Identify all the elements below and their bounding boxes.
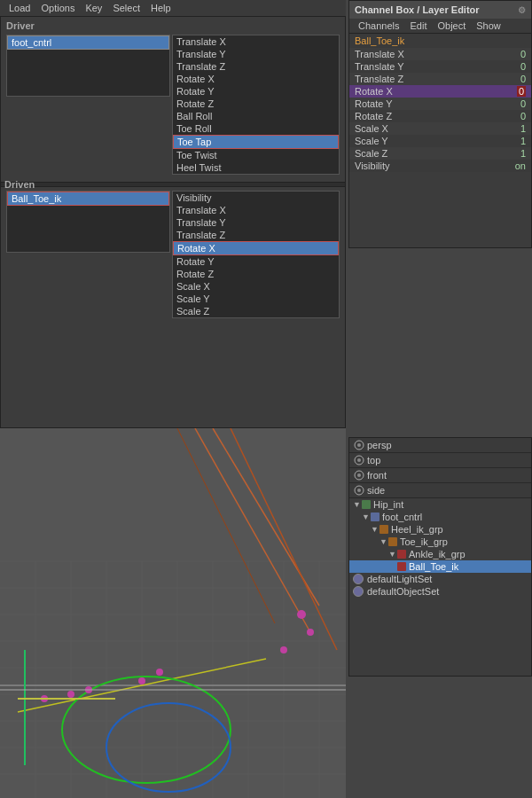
driven-attr-visibility[interactable]: Visibility xyxy=(173,192,339,204)
cb-attr-scale-z[interactable]: Scale Z 1 xyxy=(349,147,531,160)
channel-box-title: Channel Box / Layer Editor xyxy=(355,4,480,15)
viewport[interactable] xyxy=(0,428,346,798)
expand-foot-icon[interactable]: ▼ xyxy=(362,512,371,521)
driver-attr-toe-twist[interactable]: Toe Twist xyxy=(173,149,339,161)
driver-attr-translate-x[interactable]: Translate X xyxy=(173,35,339,48)
channel-box-attrs: Translate X 0 Translate Y 0 Translate Z … xyxy=(349,48,531,172)
driven-section: Ball_Toe_ik Visibility Translate X Trans… xyxy=(1,187,345,322)
svg-point-28 xyxy=(307,629,314,636)
outliner-heel-ik-label: Heel_ik_grp xyxy=(391,524,443,535)
outliner-default-light-set[interactable]: defaultLightSet xyxy=(349,573,531,585)
outliner-side[interactable]: side xyxy=(349,483,531,498)
foot-cntrl-icon xyxy=(371,512,379,521)
driver-attr-rotate-x[interactable]: Rotate X xyxy=(173,73,339,85)
svg-point-31 xyxy=(138,677,145,685)
expand-toe-icon[interactable]: ▼ xyxy=(379,537,388,546)
expand-hip-icon[interactable]: ▼ xyxy=(353,500,362,509)
outliner-top[interactable]: top xyxy=(349,453,531,468)
outliner-hip-int-label: Hip_int xyxy=(373,499,403,510)
menu-help[interactable]: Help xyxy=(145,3,176,13)
driver-attr-listbox[interactable]: Translate X Translate Y Translate Z Rota… xyxy=(172,35,340,175)
cb-attr-rotate-z[interactable]: Rotate Z 0 xyxy=(349,110,531,122)
driver-columns: foot_cntrl Translate X Translate Y Trans… xyxy=(6,35,340,175)
driven-attr-scale-y[interactable]: Scale Y xyxy=(173,293,339,305)
svg-point-43 xyxy=(357,473,361,477)
driver-attr-list: Translate X Translate Y Translate Z Rota… xyxy=(172,35,340,175)
svg-rect-0 xyxy=(0,428,346,798)
outliner-persp[interactable]: persp xyxy=(349,438,531,453)
cb-menu-edit[interactable]: Edit xyxy=(404,20,432,31)
camera-icon-front xyxy=(353,469,365,481)
channel-box-menus: Channels Edit Object Show xyxy=(349,19,531,34)
channel-box-icon: ⚙ xyxy=(518,5,526,15)
svg-point-29 xyxy=(280,646,287,653)
outliner-side-label: side xyxy=(367,485,385,496)
outliner-ankle-ik-grp[interactable]: ▼ Ankle_ik_grp xyxy=(349,548,531,560)
driven-attr-rotate-y[interactable]: Rotate Y xyxy=(173,255,339,268)
driver-attr-translate-z[interactable]: Translate Z xyxy=(173,60,339,73)
expand-heel-icon[interactable]: ▼ xyxy=(371,525,379,534)
driven-attr-translate-y[interactable]: Translate Y xyxy=(173,216,339,229)
driven-object-item[interactable]: Ball_Toe_ik xyxy=(7,192,169,206)
driver-section: Driver foot_cntrl Translate X Translate … xyxy=(1,17,345,178)
driven-attr-rotate-z[interactable]: Rotate Z xyxy=(173,268,339,280)
driven-attr-rotate-x[interactable]: Rotate X xyxy=(173,241,339,255)
outliner-ball-toe-ik[interactable]: Ball_Toe_ik xyxy=(349,560,531,573)
outliner-heel-ik-grp[interactable]: ▼ Heel_ik_grp xyxy=(349,523,531,536)
driver-attr-heel-twist[interactable]: Heel Twist xyxy=(173,161,339,174)
driven-object-listbox[interactable]: Ball_Toe_ik xyxy=(6,191,170,253)
cb-attr-translate-x[interactable]: Translate X 0 xyxy=(349,48,531,60)
channel-box: Channel Box / Layer Editor ⚙ Channels Ed… xyxy=(348,0,532,248)
outliner-toe-ik-label: Toe_ik_grp xyxy=(400,536,448,547)
hip-int-icon xyxy=(362,500,371,509)
outliner-front[interactable]: front xyxy=(349,468,531,483)
driven-attr-translate-z[interactable]: Translate Z xyxy=(173,229,339,241)
cb-menu-channels[interactable]: Channels xyxy=(353,20,404,31)
outliner-light-set-label: defaultLightSet xyxy=(367,574,432,584)
camera-icon-top xyxy=(353,454,365,466)
svg-point-39 xyxy=(357,443,361,447)
driver-attr-translate-y[interactable]: Translate Y xyxy=(173,48,339,60)
cb-attr-visibility[interactable]: Visibility on xyxy=(349,160,531,172)
driver-object-item[interactable]: foot_cntrl xyxy=(7,35,169,50)
cb-attr-scale-x[interactable]: Scale X 1 xyxy=(349,122,531,135)
sdk-panel: Driver foot_cntrl Translate X Translate … xyxy=(0,16,346,428)
viewport-svg xyxy=(0,428,346,798)
driver-title: Driver xyxy=(6,20,340,31)
menu-select[interactable]: Select xyxy=(107,3,145,13)
menu-key[interactable]: Key xyxy=(80,3,107,13)
outliner-foot-cntrl-label: foot_cntrl xyxy=(382,512,422,522)
driven-attr-listbox[interactable]: Visibility Translate X Translate Y Trans… xyxy=(172,191,340,318)
outliner-object-set-label: defaultObjectSet xyxy=(367,586,439,597)
cb-attr-translate-z[interactable]: Translate Z 0 xyxy=(349,73,531,85)
driven-object-list: Ball_Toe_ik xyxy=(6,191,170,318)
cb-attr-rotate-x[interactable]: Rotate X 0 xyxy=(349,85,531,98)
cb-attr-scale-y[interactable]: Scale Y 1 xyxy=(349,135,531,147)
heel-ik-icon xyxy=(379,525,388,534)
outliner-hip-int[interactable]: ▼ Hip_int xyxy=(349,498,531,511)
menu-options[interactable]: Options xyxy=(35,3,80,13)
driven-attr-scale-x[interactable]: Scale X xyxy=(173,280,339,293)
driver-object-listbox[interactable]: foot_cntrl xyxy=(6,35,170,97)
svg-point-27 xyxy=(297,610,306,619)
driver-attr-rotate-z[interactable]: Rotate Z xyxy=(173,98,339,110)
driven-attr-translate-x[interactable]: Translate X xyxy=(173,204,339,216)
driver-attr-rotate-y[interactable]: Rotate Y xyxy=(173,85,339,98)
outliner-foot-cntrl[interactable]: ▼ foot_cntrl xyxy=(349,511,531,523)
menu-load[interactable]: Load xyxy=(4,3,35,13)
cb-menu-object[interactable]: Object xyxy=(432,20,471,31)
driver-attr-toe-tap[interactable]: Toe Tap xyxy=(173,135,339,149)
cb-attr-rotate-y[interactable]: Rotate Y 0 xyxy=(349,98,531,110)
expand-ankle-icon[interactable]: ▼ xyxy=(388,550,397,559)
driven-attr-scale-z[interactable]: Scale Z xyxy=(173,305,339,317)
outliner-toe-ik-grp[interactable]: ▼ Toe_ik_grp xyxy=(349,536,531,548)
outliner-top-label: top xyxy=(367,455,380,466)
cb-menu-show[interactable]: Show xyxy=(471,20,506,31)
camera-icon-persp xyxy=(353,439,365,451)
driver-attr-toe-roll[interactable]: Toe Roll xyxy=(173,122,339,135)
outliner-ankle-ik-label: Ankle_ik_grp xyxy=(409,549,466,559)
driver-attr-ball-roll[interactable]: Ball Roll xyxy=(173,110,339,122)
menu-bar: Load Options Key Select Help xyxy=(0,0,346,16)
cb-attr-translate-y[interactable]: Translate Y 0 xyxy=(349,60,531,73)
outliner-default-object-set[interactable]: defaultObjectSet xyxy=(349,585,531,598)
